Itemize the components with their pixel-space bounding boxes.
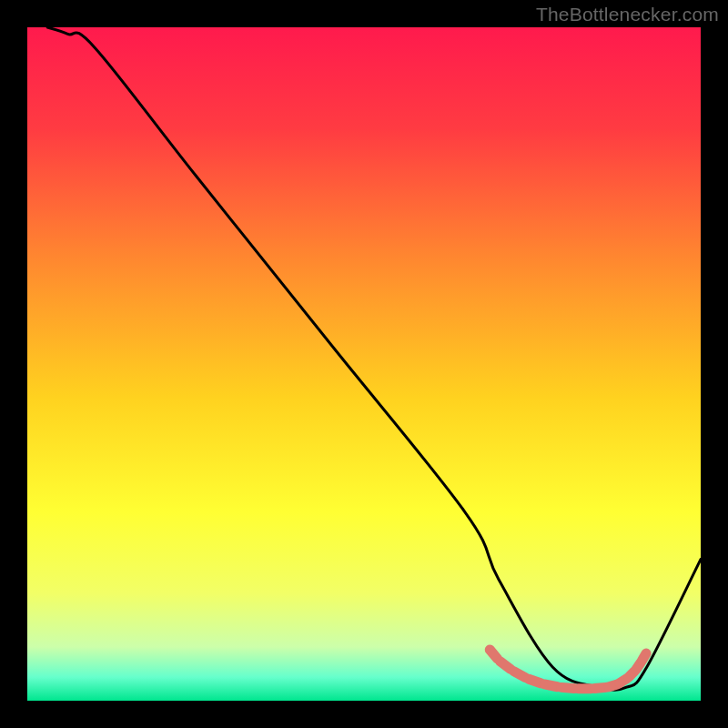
attribution-text: TheBottlenecker.com xyxy=(536,4,719,25)
plot-area xyxy=(27,27,701,701)
marker-dash xyxy=(561,687,574,688)
marker-dash xyxy=(544,684,557,687)
marker-dash xyxy=(500,662,511,669)
gradient-background xyxy=(27,27,701,701)
marker-dash xyxy=(490,650,497,659)
marker-dash xyxy=(642,653,646,661)
plot-svg xyxy=(27,27,701,701)
marker-dash xyxy=(529,679,541,682)
chart-root: TheBottlenecker.com xyxy=(0,0,728,728)
marker-dash xyxy=(514,672,525,678)
